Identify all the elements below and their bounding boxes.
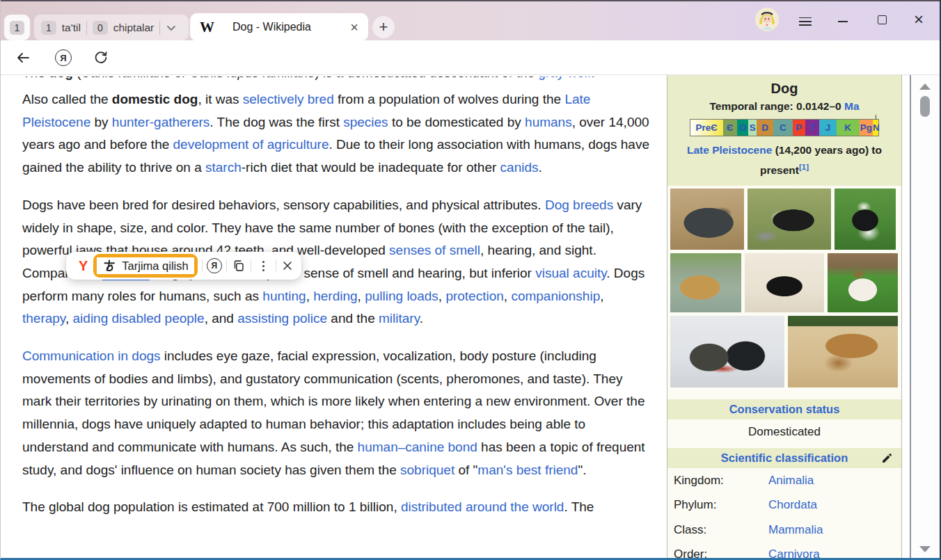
toolbar-translate-highlight-box: Tarjima qilish bbox=[93, 254, 197, 278]
article-link[interactable]: pulling loads bbox=[365, 289, 438, 303]
classification-value-link[interactable]: Animalia bbox=[768, 474, 814, 488]
article-link[interactable]: Communication in dogs bbox=[22, 349, 161, 363]
text-segment: ". bbox=[578, 463, 586, 477]
article-link[interactable]: companionship bbox=[511, 289, 600, 303]
classification-row: Order:Carnivora bbox=[667, 543, 901, 559]
text-segment: , bbox=[65, 311, 73, 326]
species-infobox: Dog Temporal range: 0.0142–0 Ma PreЄЄOSD… bbox=[667, 75, 902, 558]
article-link[interactable]: gray wolf bbox=[538, 77, 591, 80]
article-link[interactable]: development of agriculture bbox=[173, 137, 329, 152]
dog-photo-mudi-running[interactable] bbox=[670, 189, 744, 250]
dog-photo-dog-nursing-puppies[interactable] bbox=[788, 316, 898, 387]
classification-rank-label: Kingdom: bbox=[667, 474, 768, 488]
yandex-button[interactable]: Я bbox=[55, 49, 72, 66]
timescale-segment-link[interactable]: P bbox=[793, 120, 805, 136]
reference-link[interactable]: [1] bbox=[799, 163, 809, 171]
image-grid-row bbox=[670, 189, 899, 250]
edit-pencil-icon[interactable] bbox=[881, 452, 893, 464]
scroll-up-arrow-icon[interactable] bbox=[919, 83, 931, 90]
scientific-classification-header[interactable]: Scientific classification bbox=[667, 448, 901, 468]
dog-photo-canaan-dog[interactable] bbox=[748, 189, 831, 250]
article-link[interactable]: visual acuity bbox=[535, 266, 606, 280]
timescale-segment-link[interactable]: K bbox=[837, 120, 860, 136]
dog-photo-sled-dogs-snow[interactable] bbox=[670, 316, 784, 387]
article-link[interactable]: canids bbox=[500, 160, 539, 175]
text-segment: . bbox=[420, 311, 423, 326]
classification-rank-label: Phylum: bbox=[667, 498, 768, 512]
article-link[interactable]: hunter-gatherers bbox=[112, 115, 209, 129]
article-link[interactable]: senses of smell bbox=[389, 243, 480, 257]
conservation-status-header[interactable]: Conservation status bbox=[667, 399, 901, 419]
text-segment: , it was bbox=[198, 92, 242, 106]
selection-toolbar: Y Tarjima qilish Я bbox=[66, 252, 301, 280]
back-icon[interactable] bbox=[15, 49, 31, 66]
article-link[interactable]: species bbox=[343, 115, 388, 129]
article-link[interactable]: Dog breeds bbox=[545, 198, 613, 212]
minimize-button[interactable] bbox=[838, 21, 848, 22]
scroll-down-arrow-icon[interactable] bbox=[919, 546, 931, 552]
new-tab-button[interactable]: + bbox=[372, 16, 395, 38]
classification-row: Class:Mammalia bbox=[667, 518, 901, 543]
chevron-down-icon[interactable] bbox=[166, 22, 177, 33]
text-segment: , bbox=[504, 289, 512, 303]
text-segment: . The bbox=[564, 499, 594, 514]
scrollbar[interactable] bbox=[911, 75, 940, 558]
article-link[interactable]: protection bbox=[445, 289, 503, 303]
timescale-segment-link[interactable]: S bbox=[748, 120, 757, 136]
article-link[interactable]: assisting police bbox=[237, 311, 327, 326]
timescale-segment-link[interactable]: Є bbox=[723, 120, 737, 136]
browser-window: { "colors": { "highlight_orange": "#F2A5… bbox=[0, 0, 941, 560]
article-link[interactable]: therapy bbox=[22, 311, 65, 326]
classification-value-link[interactable]: Mammalia bbox=[768, 523, 823, 537]
dog-photo-jack-russell-terrier[interactable] bbox=[828, 253, 898, 312]
article-link[interactable]: humans bbox=[525, 115, 572, 129]
timescale-segment-link[interactable]: N bbox=[873, 120, 878, 136]
article-link[interactable]: selectively bred bbox=[243, 92, 334, 106]
timescale-segment-link[interactable]: PreЄ bbox=[690, 120, 723, 136]
browser-menu-icon[interactable] bbox=[799, 15, 812, 29]
dog-photo-golden-retriever-water[interactable] bbox=[670, 253, 741, 312]
tab-group[interactable]: 1 ta'til 0 chiptalar bbox=[34, 15, 189, 40]
dog-photo-japanese-chin[interactable] bbox=[835, 189, 896, 250]
scrollbar-thumb[interactable] bbox=[920, 96, 930, 117]
text-segment: ) is a domesticated descendant of the bbox=[315, 77, 538, 80]
timescale-segment-link[interactable]: Pg bbox=[860, 120, 873, 136]
translate-icon bbox=[102, 259, 116, 273]
classification-value-link[interactable]: Chordata bbox=[768, 498, 817, 512]
tab-dog-wikipedia[interactable]: W Dog - Wikipedia × bbox=[190, 13, 368, 41]
article-link[interactable]: herding bbox=[313, 289, 357, 303]
profile-avatar[interactable] bbox=[755, 8, 779, 31]
classification-table: Kingdom:AnimaliaPhylum:ChordataClass:Mam… bbox=[667, 468, 901, 558]
article-link[interactable]: distributed around the world bbox=[401, 499, 564, 514]
reload-icon[interactable] bbox=[93, 49, 109, 66]
article-link[interactable]: military bbox=[379, 311, 420, 326]
copy-icon[interactable] bbox=[231, 258, 246, 273]
text-segment: The bbox=[22, 77, 49, 80]
article-link[interactable]: hunting bbox=[262, 289, 306, 303]
yandex-search-icon[interactable]: Я bbox=[207, 258, 222, 273]
toolbar-translate-button[interactable]: Tarjima qilish bbox=[97, 257, 193, 274]
text-segment: , bbox=[438, 289, 446, 303]
classification-value-link[interactable]: Carnivora bbox=[768, 547, 820, 558]
article-link[interactable]: sobriquet bbox=[400, 463, 454, 477]
article-link[interactable]: human–canine bond bbox=[358, 440, 477, 454]
timescale-segment-link[interactable]: T bbox=[805, 120, 819, 136]
close-window-button[interactable]: × bbox=[914, 10, 924, 29]
tab-close-icon[interactable]: × bbox=[350, 19, 358, 35]
dog-photo-black-labrador-snow[interactable] bbox=[745, 253, 824, 312]
article-paragraph: The global dog population is estimated a… bbox=[22, 496, 651, 519]
article-link[interactable]: Ma bbox=[844, 100, 860, 112]
classification-row: Kingdom:Animalia bbox=[667, 468, 901, 493]
toolbar-more-icon[interactable] bbox=[255, 261, 271, 271]
article-link[interactable]: starch bbox=[205, 160, 242, 175]
close-toolbar-icon[interactable] bbox=[280, 259, 294, 273]
tab-mini[interactable]: 1 bbox=[4, 15, 30, 40]
timescale-segment-link[interactable]: J bbox=[819, 120, 836, 136]
timescale-segment-link[interactable]: C bbox=[773, 120, 792, 136]
article-link[interactable]: Late Pleistocene bbox=[687, 144, 772, 156]
timescale-segment-link[interactable]: O bbox=[737, 120, 749, 136]
timescale-segment-link[interactable]: D bbox=[757, 120, 773, 136]
maximize-button[interactable] bbox=[878, 15, 887, 24]
article-link[interactable]: man's best friend bbox=[477, 463, 578, 477]
article-link[interactable]: aiding disabled people bbox=[73, 311, 205, 326]
